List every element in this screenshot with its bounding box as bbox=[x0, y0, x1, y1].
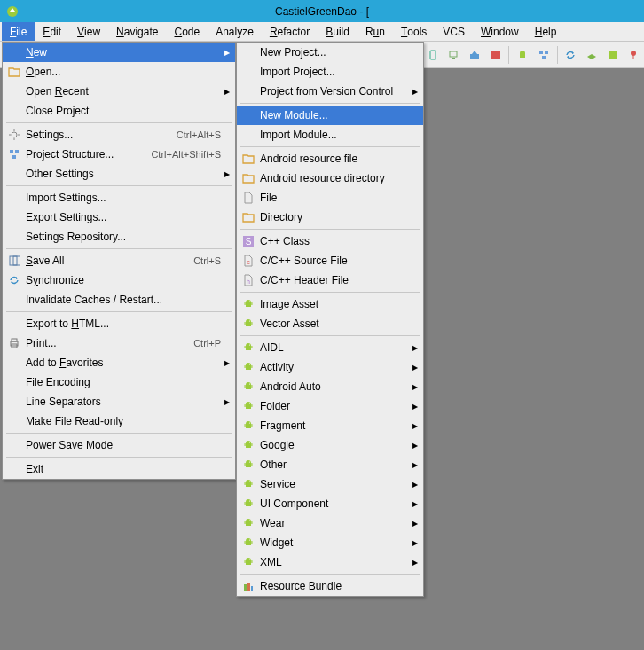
svg-point-68 bbox=[247, 500, 247, 501]
toolbar-ddms-icon[interactable] bbox=[512, 44, 533, 66]
file-menu-item-power-save-mode[interactable]: Power Save Mode bbox=[3, 435, 235, 455]
new-menu-item-c-c-source-file[interactable]: cC/C++ Source File bbox=[237, 251, 423, 270]
toolbar-sync-icon[interactable] bbox=[561, 44, 582, 66]
svg-rect-71 bbox=[251, 502, 252, 505]
menu-item-label: Android Auto bbox=[256, 380, 409, 393]
submenu-arrow-icon: ▶ bbox=[221, 398, 230, 406]
new-menu-item-import-project[interactable]: Import Project... bbox=[237, 62, 423, 82]
new-menu-item-resource-bundle[interactable]: Resource Bundle bbox=[237, 576, 423, 596]
svg-point-40 bbox=[247, 364, 247, 364]
menu-view[interactable]: View bbox=[69, 22, 108, 41]
file-menu-item-import-settings[interactable]: Import Settings... bbox=[3, 188, 235, 208]
file-menu-item-new[interactable]: New▶ bbox=[3, 43, 235, 62]
new-menu-item-activity[interactable]: Activity▶ bbox=[237, 357, 423, 377]
menu-item-label: Make File Read-only bbox=[22, 415, 221, 427]
file-menu-item-save-all[interactable]: Save AllCtrl+S bbox=[3, 251, 235, 270]
file-menu-dropdown: New▶Open...Open Recent▶Close ProjectSett… bbox=[2, 42, 236, 480]
toolbar-avd-icon[interactable] bbox=[444, 44, 465, 66]
submenu-arrow-icon: ▶ bbox=[409, 559, 418, 567]
file-menu-item-settings[interactable]: Settings...Ctrl+Alt+S bbox=[3, 125, 235, 145]
menu-item-label: Invalidate Caches / Restart... bbox=[22, 294, 221, 306]
menu-run[interactable]: Run bbox=[357, 22, 393, 41]
blank-icon bbox=[6, 84, 22, 98]
new-menu-item-xml[interactable]: XML▶ bbox=[237, 552, 423, 572]
new-menu-item-import-module[interactable]: Import Module... bbox=[237, 125, 423, 145]
new-menu-item-folder[interactable]: Folder▶ bbox=[237, 396, 423, 416]
new-menu-item-vector-asset[interactable]: Vector Asset bbox=[237, 314, 423, 333]
svg-point-57 bbox=[249, 442, 250, 442]
menu-tools[interactable]: Tools bbox=[393, 22, 435, 41]
new-menu-item-aidl[interactable]: AIDL▶ bbox=[237, 338, 423, 357]
menu-help[interactable]: Help bbox=[527, 22, 565, 41]
svg-rect-43 bbox=[251, 365, 252, 368]
toolbar-pin-icon[interactable] bbox=[623, 44, 644, 66]
blank-icon bbox=[6, 395, 22, 409]
new-menu-item-service[interactable]: Service▶ bbox=[237, 474, 423, 494]
new-menu-item-wear[interactable]: Wear▶ bbox=[237, 513, 423, 533]
menu-window[interactable]: Window bbox=[473, 22, 527, 41]
new-menu-item-file[interactable]: File bbox=[237, 188, 423, 208]
new-menu-item-android-resource-directory[interactable]: Android resource directory bbox=[237, 168, 423, 188]
android-icon bbox=[240, 360, 256, 374]
svg-rect-59 bbox=[251, 443, 252, 446]
menu-analyze[interactable]: Analyze bbox=[208, 22, 262, 41]
new-menu-item-directory[interactable]: Directory bbox=[237, 208, 423, 227]
file-menu-item-close-project[interactable]: Close Project bbox=[3, 101, 235, 121]
menu-navigate[interactable]: Navigate bbox=[108, 22, 166, 41]
file-menu-item-export-to-html[interactable]: Export to HTML... bbox=[3, 314, 235, 333]
file-menu-item-make-file-read-only[interactable]: Make File Read-only bbox=[3, 411, 235, 431]
menu-item-label: Google bbox=[256, 439, 409, 451]
file-menu-item-line-separators[interactable]: Line Separators▶ bbox=[3, 392, 235, 411]
bundle-icon bbox=[240, 579, 256, 593]
file-menu-item-other-settings[interactable]: Other Settings▶ bbox=[3, 164, 235, 184]
shortcut-label: Ctrl+P bbox=[186, 338, 221, 348]
new-menu-item-new-module[interactable]: New Module... bbox=[237, 106, 423, 125]
file-menu-item-synchronize[interactable]: Synchronize bbox=[3, 270, 235, 290]
file-menu-item-export-settings[interactable]: Export Settings... bbox=[3, 208, 235, 227]
menu-file[interactable]: File bbox=[2, 22, 35, 41]
toolbar-struct-icon[interactable] bbox=[533, 44, 554, 66]
menu-refactor[interactable]: Refactor bbox=[262, 22, 318, 41]
android-icon bbox=[240, 458, 256, 472]
file-menu-item-invalidate-caches-restart[interactable]: Invalidate Caches / Restart... bbox=[3, 290, 235, 309]
file-menu-item-exit[interactable]: Exit bbox=[3, 459, 235, 479]
file-menu-item-print[interactable]: Print...Ctrl+P bbox=[3, 333, 235, 353]
new-menu-item-c-c-header-file[interactable]: hC/C++ Header File bbox=[237, 270, 423, 290]
menu-item-label: Wear bbox=[256, 517, 409, 529]
svg-rect-67 bbox=[251, 482, 252, 485]
menu-vcs[interactable]: VCS bbox=[435, 22, 473, 41]
new-menu-item-new-project[interactable]: New Project... bbox=[237, 43, 423, 62]
new-menu-item-ui-component[interactable]: UI Component▶ bbox=[237, 494, 423, 513]
svg-rect-47 bbox=[251, 385, 252, 388]
toolbar-stop-icon[interactable] bbox=[485, 44, 507, 66]
file-menu-item-project-structure[interactable]: Project Structure...Ctrl+Alt+Shift+S bbox=[3, 145, 235, 164]
toolbar-sdk-icon[interactable] bbox=[464, 44, 485, 66]
toolbar-ship-icon[interactable] bbox=[581, 44, 602, 66]
file-menu-item-settings-repository[interactable]: Settings Repository... bbox=[3, 227, 235, 247]
new-menu-item-other[interactable]: Other▶ bbox=[237, 455, 423, 474]
menu-build[interactable]: Build bbox=[318, 22, 357, 41]
new-menu-item-fragment[interactable]: Fragment▶ bbox=[237, 416, 423, 435]
new-menu-item-google[interactable]: Google▶ bbox=[237, 435, 423, 455]
menu-item-label: Import Settings... bbox=[22, 192, 221, 204]
svg-rect-7 bbox=[545, 51, 548, 54]
new-menu-item-project-from-version-control[interactable]: Project from Version Control▶ bbox=[237, 82, 423, 101]
submenu-arrow-icon: ▶ bbox=[409, 500, 418, 508]
svg-rect-85 bbox=[247, 583, 250, 591]
blank-icon bbox=[6, 356, 22, 370]
menu-edit[interactable]: Edit bbox=[35, 22, 69, 41]
file-menu-item-file-encoding[interactable]: File Encoding bbox=[3, 372, 235, 392]
new-menu-item-android-resource-file[interactable]: Android resource file bbox=[237, 149, 423, 168]
menu-code[interactable]: Code bbox=[166, 22, 208, 41]
file-menu-item-open[interactable]: Open... bbox=[3, 62, 235, 82]
file-menu-item-add-to-favorites[interactable]: Add to Favorites▶ bbox=[3, 353, 235, 372]
toolbar-phone-icon[interactable] bbox=[422, 44, 444, 66]
toolbar-box-icon[interactable] bbox=[602, 44, 624, 66]
new-menu-item-image-asset[interactable]: Image Asset bbox=[237, 294, 423, 314]
new-menu-item-android-auto[interactable]: Android Auto▶ bbox=[237, 377, 423, 396]
svg-point-45 bbox=[249, 383, 250, 384]
menu-item-label: Directory bbox=[256, 211, 409, 223]
new-menu-item-c-class[interactable]: SC++ Class bbox=[237, 231, 423, 251]
file-menu-item-open-recent[interactable]: Open Recent▶ bbox=[3, 82, 235, 101]
new-menu-item-widget[interactable]: Widget▶ bbox=[237, 533, 423, 552]
